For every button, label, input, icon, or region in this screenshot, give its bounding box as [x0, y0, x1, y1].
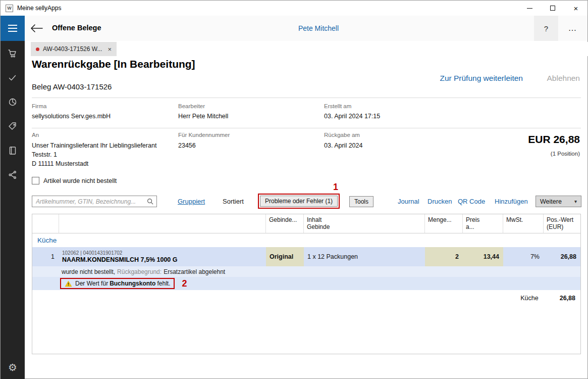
- row-number: 1: [32, 247, 59, 266]
- row-warning: Der Wert für Buchungskonto fehlt. 2: [32, 277, 580, 290]
- total-amount: EUR 26,88: [528, 133, 580, 146]
- sorted-toggle[interactable]: Sortiert: [223, 198, 244, 205]
- erstellt-value: 03. April 2024 17:15: [324, 113, 380, 120]
- search-input[interactable]: [32, 196, 157, 207]
- close-button[interactable]: ×: [564, 1, 587, 16]
- menge-value[interactable]: 2: [425, 247, 463, 266]
- more-button[interactable]: …: [560, 16, 584, 41]
- unsaved-dot-icon: [36, 48, 39, 51]
- sidebar-item-cart[interactable]: [7, 48, 18, 59]
- sidebar-item-share[interactable]: [7, 169, 18, 180]
- kundennummer-value: 23456: [178, 142, 196, 149]
- grouped-toggle[interactable]: Gruppiert: [178, 198, 205, 205]
- warning-icon: [65, 280, 72, 287]
- column-header-preis[interactable]: Preisa...: [463, 214, 503, 233]
- annotation-box-1: Probleme oder Fehler (1): [258, 194, 340, 209]
- gebinde-value[interactable]: Original: [266, 247, 304, 266]
- titlebar: W Meine sellyApps ×: [1, 1, 587, 16]
- kundennummer-label: Für Kundennummer: [178, 132, 230, 138]
- ellipsis-icon: …: [568, 23, 577, 33]
- tab-document[interactable]: AW-0403-171526 W... ×: [31, 42, 117, 56]
- user-name[interactable]: Pete Mitchell: [263, 24, 374, 32]
- column-header-article[interactable]: [59, 214, 266, 233]
- app-icon: W: [6, 5, 13, 12]
- annotation-number-2: 2: [182, 278, 187, 289]
- table-header-row: Gebinde... InhaltGebinde Menge... Preisa…: [32, 214, 580, 233]
- qr-code-link[interactable]: QR Code: [458, 198, 485, 205]
- hamburger-icon: [8, 25, 17, 26]
- gear-icon: ⚙: [8, 361, 17, 373]
- bearbeiter-label: Bearbeiter: [178, 103, 205, 109]
- rueckgabe-value: 03. April 2024: [324, 142, 362, 149]
- sidebar-item-statistics[interactable]: [7, 97, 18, 108]
- not-ordered-checkbox-row: Artikel wurde nicht bestellt: [32, 177, 117, 184]
- sidebar-item-catalog[interactable]: [7, 145, 18, 156]
- sidebar-item-approvals[interactable]: [7, 72, 18, 83]
- warning-text-field: Buchungskonto: [110, 280, 155, 287]
- add-link[interactable]: Hinzufügen: [495, 198, 528, 205]
- note-reason-value: Ersatzartikel abgelehnt: [164, 268, 225, 275]
- book-icon: [8, 146, 18, 156]
- preis-value[interactable]: 13,44: [463, 247, 503, 266]
- cart-icon: [8, 49, 18, 59]
- document-number: Beleg AW-0403-171526: [32, 82, 112, 91]
- menu-button[interactable]: [1, 16, 25, 41]
- an-line1: Unser Trainingslieferant Ihr Lieblingsli…: [32, 142, 156, 149]
- article-codes: 102062 | 04001431901702: [62, 250, 122, 256]
- help-icon: ?: [544, 24, 548, 33]
- journal-link[interactable]: Journal: [398, 198, 419, 205]
- column-header-menge[interactable]: Menge...: [425, 214, 463, 233]
- column-header-rownum[interactable]: [32, 214, 59, 233]
- firma-value: sellysolutions Serv.ges.mbH: [32, 113, 111, 120]
- close-icon: ×: [574, 5, 578, 12]
- problems-button[interactable]: Probleme oder Fehler (1): [260, 196, 338, 207]
- mwst-value: 7%: [503, 247, 544, 266]
- print-link[interactable]: Drucken: [427, 198, 452, 205]
- search-icon[interactable]: [146, 198, 154, 207]
- group-row-kueche[interactable]: Küche: [32, 233, 580, 247]
- back-button[interactable]: [31, 22, 44, 34]
- summary-group-label: Küche: [520, 295, 538, 302]
- minimize-button[interactable]: [518, 1, 541, 16]
- sidebar-item-prices[interactable]: [7, 121, 18, 132]
- window-title: Meine sellyApps: [17, 5, 61, 12]
- poswert-value: 26,88: [544, 247, 580, 266]
- maximize-button[interactable]: [541, 1, 564, 16]
- check-icon: [8, 73, 18, 83]
- not-ordered-checkbox-label: Artikel wurde nicht bestellt: [43, 177, 117, 184]
- table-row[interactable]: 1 102062 | 04001431901702 NAARM.KONDENSM…: [32, 247, 580, 266]
- forward-for-review-link[interactable]: Zur Prüfung weiterleiten: [440, 74, 523, 83]
- article-name: NAARM.KONDENSMILCH 7,5% 1000 G: [62, 256, 178, 263]
- group-label: Küche: [37, 236, 57, 244]
- settings-button[interactable]: ⚙: [1, 360, 25, 374]
- tab-label: AW-0403-171526 W...: [43, 45, 102, 53]
- warning-text-post: fehlt.: [157, 280, 170, 287]
- help-button[interactable]: ?: [534, 16, 558, 41]
- column-header-inhalt[interactable]: InhaltGebinde: [304, 214, 425, 233]
- app-header: Offene Belege Pete Mitchell ? …: [1, 16, 587, 41]
- an-line2: Teststr. 1: [32, 151, 57, 158]
- not-ordered-checkbox[interactable]: [32, 177, 39, 184]
- page-title: Offene Belege: [52, 24, 101, 32]
- erstellt-label: Erstellt am: [324, 103, 351, 109]
- reject-link[interactable]: Ablehnen: [547, 74, 580, 83]
- tab-close-icon[interactable]: ×: [108, 45, 112, 53]
- back-arrow-icon: [31, 24, 43, 32]
- maximize-icon: [550, 6, 555, 11]
- warning-text: Der Wert für Buchungskonto fehlt.: [75, 280, 170, 287]
- warning-text-pre: Der Wert für: [75, 280, 108, 287]
- column-header-gebinde[interactable]: Gebinde...: [266, 214, 304, 233]
- tools-button[interactable]: Tools: [349, 196, 373, 207]
- pie-chart-icon: [8, 97, 18, 107]
- divider: [32, 98, 581, 98]
- note-not-ordered: wurde nicht bestellt,: [62, 268, 115, 275]
- app-window: W Meine sellyApps × Offene Belege Pete M…: [0, 0, 588, 379]
- note-reason-label: Rückgabegrund:: [117, 268, 162, 275]
- article-cell: 102062 | 04001431901702 NAARM.KONDENSMIL…: [59, 247, 266, 266]
- inhalt-value: 1 x 12 Packungen: [304, 247, 425, 266]
- column-header-mwst[interactable]: MwSt.: [503, 214, 544, 233]
- more-actions-dropdown[interactable]: Weitere ▾: [536, 196, 581, 207]
- column-header-poswert[interactable]: Pos.-Wert(EUR): [544, 214, 580, 233]
- document-title: Warenrückgabe [In Bearbeitung]: [32, 58, 195, 70]
- row-note: wurde nicht bestellt, Rückgabegrund: Ers…: [32, 266, 580, 277]
